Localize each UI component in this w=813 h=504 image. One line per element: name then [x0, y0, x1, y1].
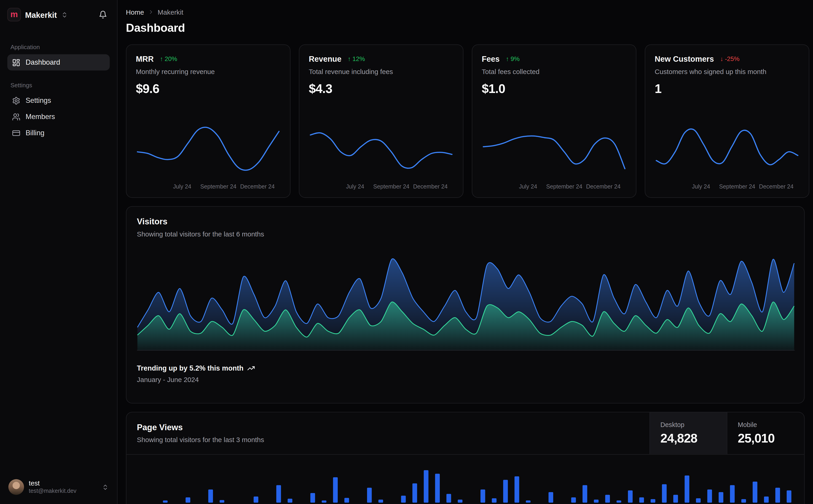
trend-badge: 9% [506, 55, 519, 62]
page-views-card: Page Views Showing total visitors for th… [126, 412, 805, 504]
stat-cards-row: MRR 20% Monthly recurring revenue $9.6 J… [126, 44, 805, 198]
stat-card-fees: Fees 9% Total fees collected $1.0 July 2… [472, 44, 637, 198]
visitors-period: January - June 2024 [137, 376, 794, 384]
page-title: Dashboard [126, 21, 805, 35]
visitors-subtitle: Showing total visitors for the last 6 mo… [137, 230, 794, 238]
trending-up-icon [247, 364, 255, 372]
stat-card-revenue: Revenue 12% Total revenue including fees… [299, 44, 464, 198]
x-axis-labels: July 24 September 24 December 24 [309, 183, 453, 191]
app-window: m Makerkit Application Dashboard [0, 0, 813, 504]
credit-card-icon [12, 129, 21, 137]
toggle-mobile[interactable]: Mobile 25,010 [727, 412, 804, 454]
main-content: Home Makerkit Dashboard MRR 20% Monthly … [117, 0, 813, 504]
stat-card-mrr: MRR 20% Monthly recurring revenue $9.6 J… [126, 44, 291, 198]
page-views-title: Page Views [137, 423, 639, 432]
stat-card-new-customers: New Customers -25% Customers who signed … [645, 44, 809, 198]
page-views-bar-chart [137, 459, 795, 503]
chevron-right-icon [148, 9, 154, 15]
visitors-area-chart [137, 249, 795, 351]
toggle-label: Desktop [661, 421, 716, 428]
new-customers-sparkline-chart [655, 120, 800, 178]
revenue-sparkline-chart [309, 120, 453, 178]
dashboard-icon [12, 58, 21, 67]
stat-title: MRR [136, 54, 154, 63]
bell-icon [99, 11, 107, 19]
stat-title: Fees [482, 54, 499, 63]
toggle-desktop[interactable]: Desktop 24,828 [650, 412, 727, 454]
toggle-label: Mobile [738, 421, 794, 428]
stat-description: Total fees collected [482, 68, 627, 76]
breadcrumb: Home Makerkit [126, 7, 805, 17]
stat-description: Monthly recurring revenue [136, 68, 281, 76]
trend-arrow-icon [160, 55, 163, 62]
page-views-toggle-group: Desktop 24,828 Mobile 25,010 [650, 412, 804, 454]
stat-description: Customers who signed up this month [655, 68, 800, 76]
stat-value: $4.3 [309, 81, 453, 96]
trend-badge: -25% [720, 55, 740, 62]
avatar [8, 479, 24, 495]
trend-arrow-icon [506, 55, 509, 62]
breadcrumb-current: Makerkit [157, 8, 183, 16]
breadcrumb-home-link[interactable]: Home [126, 8, 144, 16]
workspace-selector[interactable]: m Makerkit [7, 6, 110, 23]
x-axis-labels: July 24 September 24 December 24 [136, 183, 281, 191]
fees-sparkline-chart [482, 120, 627, 178]
sidebar-item-billing[interactable]: Billing [7, 125, 110, 141]
trend-badge: 20% [160, 55, 177, 62]
toggle-value: 25,010 [738, 431, 794, 446]
notifications-button[interactable] [96, 8, 109, 21]
stat-value: 1 [655, 81, 800, 96]
stat-value: $1.0 [482, 81, 627, 96]
chevrons-up-down-icon [102, 484, 109, 491]
chevrons-up-down-icon[interactable] [61, 11, 68, 18]
visitors-title: Visitors [137, 217, 794, 226]
x-axis-labels: July 24 September 24 December 24 [482, 183, 627, 191]
x-axis-labels: July 24 September 24 December 24 [655, 183, 800, 191]
user-email: test@makerkit.dev [29, 488, 76, 495]
account-menu-button[interactable]: test test@makerkit.dev [7, 477, 110, 497]
sidebar-item-dashboard[interactable]: Dashboard [7, 54, 110, 71]
visitors-trend-text: Trending up by 5.2% this month [137, 364, 244, 372]
makerkit-logo: m [7, 8, 21, 21]
sidebar: m Makerkit Application Dashboard [0, 0, 117, 504]
sidebar-item-label: Dashboard [26, 58, 60, 66]
nav-section-settings: Settings [11, 82, 106, 88]
trend-arrow-icon [720, 55, 723, 62]
trend-arrow-icon [348, 55, 351, 62]
sidebar-nav: Application Dashboard Settings Settings [7, 44, 110, 152]
visitors-card: Visitors Showing total visitors for the … [126, 206, 805, 403]
mrr-sparkline-chart [136, 120, 281, 178]
sidebar-item-settings[interactable]: Settings [7, 92, 110, 109]
workspace-name: Makerkit [25, 10, 57, 19]
sidebar-item-members[interactable]: Members [7, 109, 110, 125]
stat-title: New Customers [655, 54, 714, 63]
gear-icon [12, 96, 21, 105]
users-icon [12, 112, 21, 121]
page-views-subtitle: Showing total visitors for the last 3 mo… [137, 436, 639, 444]
stat-description: Total revenue including fees [309, 68, 453, 76]
toggle-value: 24,828 [661, 431, 716, 446]
sidebar-item-label: Members [26, 113, 55, 120]
trend-badge: 12% [348, 55, 365, 62]
nav-section-application: Application [11, 44, 106, 50]
sidebar-item-label: Billing [26, 129, 44, 137]
user-name: test [29, 479, 76, 488]
stat-title: Revenue [309, 54, 341, 63]
stat-value: $9.6 [136, 81, 281, 96]
sidebar-item-label: Settings [26, 97, 51, 104]
